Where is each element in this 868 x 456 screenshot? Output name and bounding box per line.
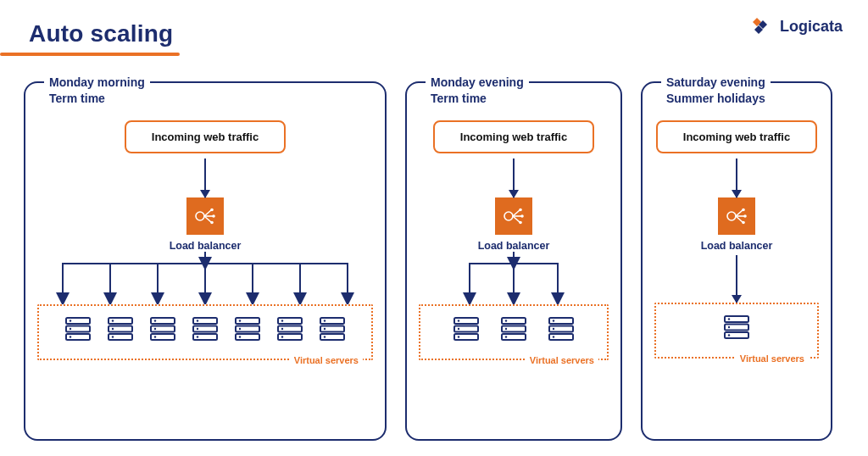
svg-line-75 (736, 210, 743, 216)
scenario-title-line2: Summer holidays (666, 92, 765, 105)
svg-point-6 (210, 221, 214, 225)
virtual-servers-label: Virtual servers (290, 355, 363, 365)
scenario-title: Monday morning Term time (44, 75, 150, 107)
svg-point-55 (519, 221, 522, 225)
load-balancer-label: Load balancer (478, 240, 550, 252)
svg-point-59 (458, 320, 459, 321)
scenario-title: Saturday evening Summer holidays (661, 75, 771, 107)
fanout-lines (36, 252, 374, 304)
svg-point-4 (210, 209, 214, 212)
load-balancer-label: Load balancer (170, 240, 242, 252)
slide: Auto scaling Logicata Monday morning Ter… (0, 0, 868, 456)
svg-point-5 (212, 214, 215, 218)
svg-line-1 (204, 210, 211, 216)
arrow-down-icon (736, 255, 737, 303)
svg-point-11 (70, 328, 71, 330)
svg-point-35 (239, 328, 241, 330)
arrow-down-icon (513, 158, 515, 197)
svg-point-18 (112, 336, 114, 337)
virtual-servers-tray: Virtual servers (37, 304, 373, 360)
svg-point-28 (197, 320, 198, 321)
scenario-title-line1: Monday evening (431, 75, 524, 89)
svg-point-86 (728, 334, 730, 336)
svg-point-53 (519, 209, 522, 212)
scenario-title-line2: Term time (49, 92, 105, 105)
load-balancer-icon (186, 197, 224, 235)
svg-point-10 (70, 320, 71, 321)
arrow-down-icon (204, 158, 206, 197)
scenario-title: Monday evening Term time (426, 75, 529, 107)
scenario-title-line1: Saturday evening (666, 75, 765, 89)
scenario-panel: Monday evening Term time Incoming web tr… (405, 81, 622, 441)
svg-point-24 (154, 336, 156, 337)
svg-point-84 (728, 318, 730, 320)
svg-point-42 (281, 336, 283, 337)
svg-point-30 (197, 336, 198, 337)
svg-line-52 (513, 216, 520, 222)
brand-name: Logicata (780, 18, 843, 36)
svg-point-36 (239, 336, 241, 337)
flow-stack: Incoming web traffic Load balancer (419, 120, 609, 360)
server-icon (64, 314, 92, 343)
virtual-servers-tray: Virtual servers (654, 303, 819, 359)
svg-point-49 (504, 212, 513, 220)
svg-point-29 (197, 328, 198, 330)
svg-point-85 (728, 326, 730, 328)
virtual-servers-tray: Virtual servers (419, 304, 609, 360)
virtual-servers-label: Virtual servers (736, 353, 809, 364)
svg-point-46 (324, 320, 326, 321)
svg-point-80 (742, 221, 745, 225)
svg-point-73 (553, 336, 554, 337)
arrow-down-icon (736, 158, 737, 197)
server-icon (499, 314, 528, 343)
svg-point-12 (70, 336, 71, 337)
server-icon (722, 313, 751, 342)
scenario-title-line2: Term time (431, 92, 487, 105)
title-underline (0, 53, 180, 56)
svg-line-3 (204, 216, 211, 222)
svg-point-0 (196, 212, 204, 220)
svg-point-22 (154, 320, 156, 321)
svg-point-65 (505, 320, 507, 321)
svg-point-34 (239, 320, 241, 321)
fanout-lines (419, 252, 609, 304)
server-icon (547, 314, 576, 343)
flow-stack: Incoming web traffic Load balancer Virtu… (654, 120, 819, 359)
svg-point-16 (112, 320, 114, 321)
server-icon (148, 314, 177, 343)
scenario-title-line1: Monday morning (49, 75, 145, 89)
panels-row: Monday morning Term time Incoming web tr… (24, 81, 844, 441)
virtual-servers-label: Virtual servers (526, 355, 598, 365)
svg-point-71 (553, 320, 554, 321)
svg-point-54 (520, 214, 524, 218)
svg-point-61 (458, 336, 459, 337)
incoming-traffic-box: Incoming web traffic (433, 120, 594, 153)
server-icon (452, 314, 481, 343)
logicata-mark-icon (749, 15, 773, 37)
svg-point-48 (324, 336, 326, 337)
incoming-traffic-box: Incoming web traffic (125, 120, 286, 153)
server-icon (275, 314, 304, 343)
svg-line-50 (513, 210, 520, 216)
svg-point-17 (112, 328, 114, 330)
server-icon (318, 314, 347, 343)
server-icon (191, 314, 220, 343)
svg-point-78 (742, 209, 745, 212)
svg-point-79 (743, 214, 747, 218)
svg-point-40 (281, 320, 283, 321)
svg-point-74 (727, 212, 736, 220)
load-balancer-icon (495, 197, 532, 235)
page-title: Auto scaling (29, 20, 844, 47)
scenario-panel: Saturday evening Summer holidays Incomin… (641, 81, 832, 441)
svg-line-77 (736, 216, 743, 222)
svg-point-41 (281, 328, 283, 330)
server-icon (106, 314, 135, 343)
load-balancer-label: Load balancer (701, 240, 773, 252)
svg-point-67 (505, 336, 507, 337)
server-icon (233, 314, 262, 343)
load-balancer-icon (718, 197, 755, 235)
scenario-panel: Monday morning Term time Incoming web tr… (24, 81, 387, 441)
svg-point-23 (154, 328, 156, 330)
svg-point-66 (505, 328, 507, 330)
svg-point-72 (553, 328, 554, 330)
